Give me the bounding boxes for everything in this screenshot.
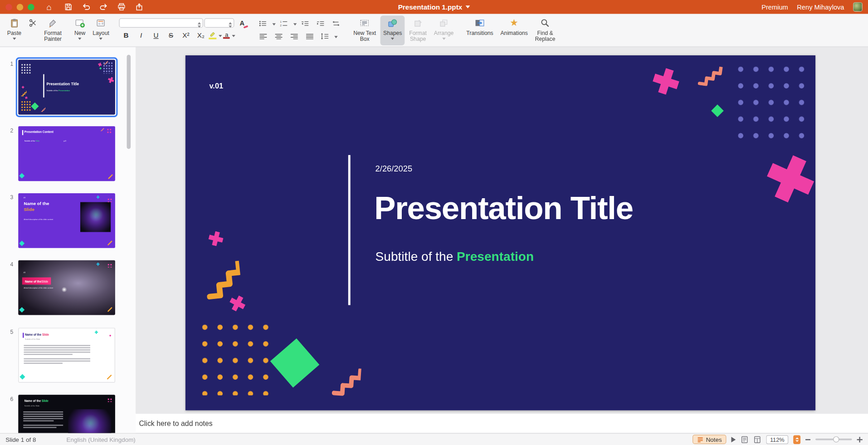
diamond-shape[interactable] — [270, 338, 319, 387]
cross-shape[interactable] — [207, 230, 224, 247]
slide-number: 6 — [3, 396, 13, 402]
slide-thumbnail-4[interactable]: .01 Name of the Slide A brief descriptio… — [18, 260, 115, 315]
chevron-down-icon[interactable] — [293, 23, 297, 27]
zoom-slider-thumb[interactable] — [833, 436, 839, 442]
thumb-title: Name of the Slide — [24, 399, 49, 402]
print-icon[interactable] — [117, 3, 126, 11]
editing-canvas[interactable]: v.01 2/26/2025 Presentation Title Subtit… — [136, 47, 868, 413]
slide-thumbnail-3[interactable]: .01 Name of the Slide A brief descriptio… — [18, 193, 115, 248]
slide-thumbnail-2[interactable]: Presentation Content Subtitle of the Sli… — [18, 126, 115, 181]
zoom-stepper[interactable] — [793, 435, 800, 444]
font-size-select[interactable] — [205, 18, 234, 28]
chevron-down-icon[interactable] — [232, 34, 235, 39]
chevron-down-icon — [391, 38, 394, 42]
new-slide-icon — [75, 17, 85, 29]
home-icon[interactable]: ⌂ — [47, 3, 55, 11]
numbering-button[interactable]: 12 — [277, 18, 292, 29]
bullets-button[interactable] — [256, 18, 270, 29]
justify-button[interactable] — [302, 31, 317, 41]
thumb-title: Presentation Title — [47, 82, 79, 86]
thumb-title: Name of the Slide — [25, 333, 49, 336]
notes-pane[interactable]: Click here to add notes — [136, 413, 868, 433]
undo-icon[interactable] — [82, 3, 90, 11]
transitions-button[interactable]: Transitions — [463, 15, 496, 45]
slide-title-textbox[interactable]: Presentation Title — [374, 189, 633, 226]
zoom-in-button[interactable] — [857, 436, 863, 442]
normal-view-icon[interactable] — [741, 435, 748, 443]
zigzag-shape[interactable] — [696, 64, 723, 88]
slide-version-textbox[interactable]: v.01 — [209, 82, 223, 90]
thumb-line: Subtitle of the Slide — [24, 140, 40, 142]
thumb-image — [68, 409, 111, 433]
sidebar-scrollbar[interactable] — [127, 55, 131, 149]
increase-indent-button[interactable] — [313, 18, 328, 29]
slide-thumbnail-6[interactable]: Name of the Slide Subtitle of the Slide — [18, 395, 115, 433]
minimize-window-button[interactable] — [17, 4, 24, 10]
text-box-icon — [360, 17, 370, 29]
reading-view-icon[interactable] — [753, 435, 761, 443]
slide-thumbnail-1[interactable]: Presentation Title Subtitle of the Prese… — [18, 60, 115, 115]
align-right-button[interactable] — [287, 31, 302, 41]
format-painter-button[interactable]: Format Painter — [41, 15, 64, 45]
user-name[interactable]: Reny Mihaylova — [797, 3, 844, 11]
zoom-slider[interactable] — [815, 439, 852, 440]
new-text-box-button[interactable]: New Text Box — [351, 15, 379, 45]
zoom-out-button[interactable] — [805, 439, 810, 440]
premium-badge[interactable]: Premium — [761, 3, 788, 11]
new-slide-button[interactable]: New — [72, 15, 88, 45]
chevron-down-icon[interactable] — [273, 23, 276, 27]
ribbon-toolbar: Paste Format Painter New — [0, 14, 868, 47]
shapes-button[interactable]: Shapes — [380, 15, 405, 45]
bold-button[interactable]: B — [119, 30, 133, 40]
slide-date-textbox[interactable]: 2/26/2025 — [375, 164, 412, 173]
chevron-down-icon[interactable] — [335, 36, 338, 40]
layout-button[interactable]: Layout — [90, 15, 112, 45]
share-icon[interactable] — [135, 3, 143, 11]
redo-icon[interactable] — [100, 3, 108, 11]
animations-button[interactable]: ★ Animations — [497, 15, 531, 45]
cut-button[interactable] — [26, 15, 40, 45]
vertical-rule-shape[interactable] — [348, 155, 351, 305]
text-direction-button[interactable] — [329, 18, 343, 29]
align-center-button[interactable] — [272, 31, 286, 41]
slideshow-play-button[interactable] — [731, 436, 736, 442]
paste-button[interactable]: Paste — [5, 15, 24, 45]
shapes-icon — [388, 17, 398, 29]
avatar[interactable] — [853, 2, 863, 12]
subscript-button[interactable]: X₂ — [194, 30, 208, 40]
zigzag-shape[interactable] — [332, 367, 361, 397]
zoom-window-button[interactable] — [28, 4, 34, 10]
clear-formatting-button[interactable]: A — [235, 18, 249, 28]
paintbrush-icon — [48, 17, 58, 29]
font-name-select[interactable] — [119, 18, 204, 28]
font-color-button[interactable]: a — [223, 30, 230, 40]
notes-toggle-button[interactable]: Notes — [692, 435, 726, 444]
thumb-page: p.3 — [63, 140, 66, 142]
superscript-button[interactable]: X² — [179, 30, 193, 40]
italic-button[interactable]: I — [134, 30, 148, 40]
highlight-color-button[interactable] — [209, 30, 217, 40]
slide-thumbnail-5[interactable]: Name of the Slide Subtitle of the Slide — [18, 328, 115, 383]
slide-canvas[interactable]: v.01 2/26/2025 Presentation Title Subtit… — [185, 55, 815, 410]
strikethrough-button[interactable]: S — [164, 30, 178, 40]
pencil-decoration — [107, 307, 112, 312]
save-icon[interactable] — [64, 3, 73, 11]
zigzag-shape[interactable] — [204, 261, 243, 300]
find-replace-button[interactable]: Find & Replace — [532, 15, 558, 45]
dot-grid-decoration[interactable] — [738, 66, 804, 138]
line-spacing-button[interactable] — [318, 31, 332, 41]
chevron-down-icon[interactable] — [219, 34, 222, 39]
cross-shape[interactable] — [650, 65, 682, 98]
dot-grid-decoration[interactable] — [202, 324, 268, 395]
diamond-shape[interactable] — [711, 104, 724, 117]
notes-placeholder[interactable]: Click here to add notes — [139, 419, 212, 427]
underline-button[interactable]: U — [149, 30, 163, 40]
decrease-indent-button[interactable] — [298, 18, 312, 29]
close-window-button[interactable] — [5, 4, 12, 10]
cross-shape[interactable] — [761, 149, 815, 209]
align-left-button[interactable] — [256, 31, 270, 41]
zoom-value[interactable]: 112% — [766, 435, 788, 444]
document-title[interactable]: Presentation 1.pptx — [398, 3, 470, 11]
slide-subtitle-textbox[interactable]: Subtitle of the Presentation — [375, 249, 534, 264]
language-indicator[interactable]: English (United Kingdom) — [67, 436, 136, 443]
